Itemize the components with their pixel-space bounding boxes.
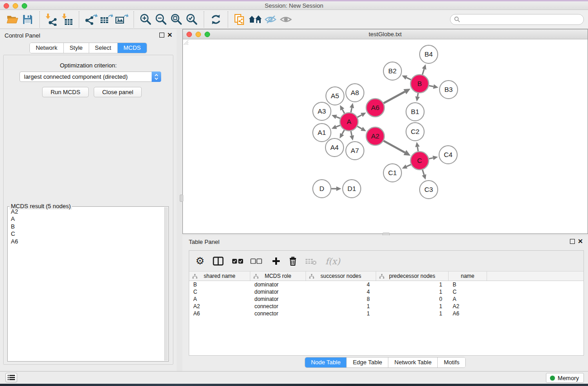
graph-edge[interactable] [417,93,418,97]
clone-network-icon[interactable] [232,12,248,27]
select-all-icon[interactable] [232,253,244,269]
hide-selected-icon[interactable] [263,12,278,27]
export-network-icon[interactable] [83,12,99,27]
import-table-icon[interactable] [59,12,75,27]
table-cell[interactable]: 1 [376,288,449,295]
tab-style[interactable]: Style [63,43,89,53]
mcds-result-item[interactable]: A2 [8,208,164,215]
table-cell[interactable]: A2 [189,303,250,310]
create-column-icon[interactable] [272,253,281,269]
resize-grip-icon[interactable] [183,39,189,45]
table-cell[interactable]: connector [250,303,306,310]
delete-column-icon[interactable] [288,253,297,269]
graph-edge[interactable] [336,125,340,127]
network-canvas[interactable]: B4B2BB3A5A8A6A3B1AA1C2A2A4A7CC4C1C3DD1 [183,39,588,234]
float-panel-icon[interactable] [159,33,164,38]
graph-edge[interactable] [383,141,405,152]
float-table-panel-icon[interactable] [570,239,575,244]
refresh-icon[interactable] [208,12,224,27]
table-cell[interactable]: A6 [449,310,487,317]
graph-edge[interactable] [429,158,433,159]
zoom-selected-icon[interactable] [184,12,200,27]
table-cell[interactable]: A2 [449,303,487,310]
column-header[interactable]: predecessor nodes [376,272,449,281]
table-cell[interactable]: C [189,288,250,295]
table-cell[interactable]: 1 [376,310,449,317]
criterion-dropdown[interactable]: largest connected component (directed) [19,71,161,82]
table-cell[interactable]: 1 [376,303,449,310]
search-input[interactable] [460,16,583,23]
mcds-list-scrollbar[interactable] [164,207,168,361]
zoom-in-icon[interactable] [138,12,153,27]
graph-edge[interactable] [357,126,362,129]
tab-node-table[interactable]: Node Table [305,357,347,367]
tab-motifs[interactable]: Motifs [437,357,465,367]
first-neighbors-icon[interactable] [248,12,263,27]
table-cell[interactable]: 4 [306,288,376,295]
column-header[interactable]: shared name [189,272,250,281]
graph-edge[interactable] [358,115,362,117]
open-icon[interactable] [5,12,20,27]
table-header-row[interactable]: shared nameMCDS rolesuccessor nodesprede… [189,272,583,281]
save-icon[interactable] [20,12,35,27]
table-cell[interactable]: 1 [306,303,376,310]
graph-edge[interactable] [417,147,418,152]
task-history-button[interactable] [5,373,17,382]
vertical-splitter-handle[interactable] [180,195,183,202]
close-panel-icon[interactable]: ✕ [167,31,172,38]
table-cell[interactable]: 8 [306,295,376,303]
graph-edge[interactable] [383,92,405,103]
table-cell[interactable]: 0 [376,295,449,303]
search-field[interactable] [450,14,584,25]
close-panel-button[interactable]: Close panel [94,87,142,97]
tab-mcds[interactable]: MCDS [117,43,147,53]
mcds-result-item[interactable]: B [8,223,164,230]
table-cell[interactable]: 1 [306,310,376,317]
column-header[interactable]: successor nodes [306,272,376,281]
tab-edge-table[interactable]: Edge Table [346,357,388,367]
graph-edge[interactable] [406,77,411,80]
mcds-result-item[interactable]: A6 [8,238,164,245]
table-row[interactable]: Adominator80A [189,295,583,303]
table-row[interactable]: Bdominator41B [189,281,583,288]
table-settings-icon[interactable]: ⚙ [196,253,205,269]
network-graph[interactable]: B4B2BB3A5A8A6A3B1AA1C2A2A4A7CC4C1C3DD1 [183,39,588,234]
table-cell[interactable]: B [189,281,250,288]
column-header[interactable]: MCDS role [250,272,306,281]
mcds-result-item[interactable]: A [8,215,164,223]
mcds-result-item[interactable]: C [8,230,164,238]
show-all-icon[interactable] [278,12,294,27]
graph-edge[interactable] [342,130,344,134]
import-network-icon[interactable] [44,12,59,27]
export-table-icon[interactable] [99,12,114,27]
graph-edge[interactable] [422,170,424,175]
graph-edge[interactable] [336,117,340,118]
run-mcds-button[interactable]: Run MCDS [42,87,89,97]
tab-network[interactable]: Network [30,43,63,53]
table-cell[interactable]: connector [250,310,306,317]
table-cell[interactable]: dominator [250,281,306,288]
graph-edge[interactable] [351,108,352,112]
table-cell[interactable]: A [189,295,250,303]
export-image-icon[interactable] [114,12,129,27]
table-cell[interactable]: A [449,295,487,303]
table-row[interactable]: Cdominator41C [189,288,583,295]
deselect-all-icon[interactable] [250,253,262,269]
graph-edge[interactable] [342,110,344,114]
table-row[interactable]: A2connector11A2 [189,303,583,310]
table-cell[interactable]: B [449,281,487,288]
table-cell[interactable]: C [449,288,487,295]
zoom-out-icon[interactable] [153,12,169,27]
table-row[interactable]: A6connector11A6 [189,310,583,317]
table-cell[interactable]: 1 [376,281,449,288]
table-cell[interactable]: dominator [250,288,306,295]
show-column-icon[interactable] [213,253,224,269]
table-cell[interactable]: 4 [306,281,376,288]
tab-network-table[interactable]: Network Table [388,357,437,367]
table-cell[interactable]: dominator [250,295,306,303]
zoom-fit-icon[interactable] [169,12,184,27]
mcds-result-list[interactable]: A2ABCA6 [8,208,164,361]
table-cell[interactable]: A6 [189,310,250,317]
graph-edge[interactable] [422,69,424,74]
memory-button[interactable]: Memory [546,373,584,383]
